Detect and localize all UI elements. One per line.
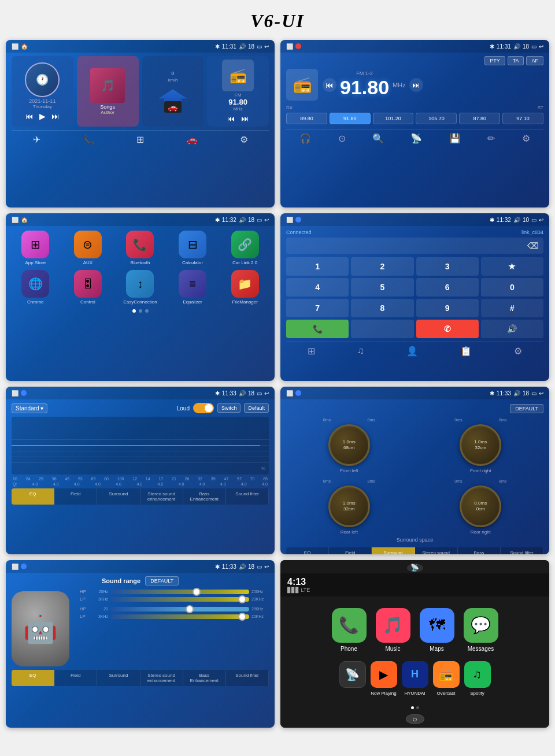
dial-6[interactable]: 6 — [416, 278, 479, 297]
eq-preset-select[interactable]: Standard ▾ — [12, 403, 47, 413]
cp-app-maps[interactable]: 🗺 Maps — [420, 608, 454, 652]
music-icon-phone[interactable]: ♫ — [357, 346, 364, 357]
headphone-icon[interactable]: 🎧 — [299, 133, 311, 144]
cp-app-hyundai[interactable]: H HYUNDAI — [402, 661, 428, 696]
knob-circle-rr[interactable]: 0.0ms0cm — [460, 486, 501, 527]
preset-4[interactable]: 105.70 — [416, 113, 457, 124]
backspace-btn[interactable]: ⌫ — [527, 241, 539, 250]
app-filemanager[interactable]: 📁 FileManager — [221, 270, 269, 305]
hp-track-1[interactable] — [110, 590, 249, 594]
dial-5[interactable]: 5 — [351, 278, 413, 297]
next-radio-home[interactable]: ⏭ — [241, 114, 249, 123]
toggle-icon[interactable]: ⊙ — [338, 133, 346, 144]
dial-1[interactable]: 1 — [286, 257, 349, 276]
next-btn-home[interactable]: ⏭ — [51, 112, 60, 121]
eq-tab-field[interactable]: Field — [54, 488, 97, 505]
sound-tab-field[interactable]: Field — [54, 670, 97, 686]
apps-icon-home[interactable]: ⊞ — [136, 134, 144, 145]
dial-hash[interactable]: # — [481, 299, 543, 317]
eq-tab-stereo[interactable]: Stereo sound enhancement — [140, 488, 183, 505]
preset-2[interactable]: 91.80 — [330, 113, 371, 124]
edit-icon[interactable]: ✏ — [487, 133, 495, 144]
app-bluetooth[interactable]: 📞 Bluetooth — [116, 231, 164, 265]
search-icon[interactable]: 🔍 — [372, 133, 384, 144]
prev-radio-home[interactable]: ⏮ — [227, 114, 235, 123]
cp-app-overcast[interactable]: 📻 Overcast — [433, 661, 460, 696]
back-icon-sound[interactable]: ↩ — [264, 564, 269, 570]
sound-tab-bass[interactable]: Bass Enhancement — [183, 670, 226, 686]
back-icon-phone[interactable]: ↩ — [539, 217, 543, 223]
surround-tab-surround[interactable]: Surround — [372, 547, 415, 554]
dial-star[interactable]: ★ — [481, 257, 543, 276]
dial-8[interactable]: 8 — [351, 299, 413, 317]
app-aux[interactable]: ⊜ AUX — [64, 231, 112, 265]
sound-tab-surround[interactable]: Surround — [97, 670, 140, 686]
knob-circle-fr[interactable]: 1.0ms32cm — [460, 424, 501, 466]
cp-app-spotify[interactable]: ♫ Spotify — [464, 661, 491, 696]
carplay-home-btn[interactable]: ○ — [406, 714, 424, 724]
preset-1[interactable]: 89.80 — [286, 113, 327, 124]
car-icon-home[interactable]: 🚗 — [186, 134, 198, 145]
app-easyconn[interactable]: ↕ EasyConnection — [116, 270, 164, 305]
keypad-icon[interactable]: ⊞ — [308, 346, 315, 357]
preset-3[interactable]: 101.20 — [373, 113, 414, 124]
wifi-icon[interactable]: 📡 — [410, 133, 422, 144]
app-carlink[interactable]: 🔗 Car Link 2.0 — [221, 231, 269, 265]
back-icon-apps[interactable]: ↩ — [264, 217, 269, 223]
surround-tab-stereo[interactable]: Stereo sound enhancement — [415, 547, 458, 554]
cp-app-music[interactable]: 🎵 Music — [376, 608, 410, 652]
app-calculator[interactable]: ⊟ Calculator — [169, 231, 217, 265]
send-icon[interactable]: ✈ — [33, 134, 40, 145]
app-control[interactable]: 🎛 Control — [64, 270, 112, 305]
cp-app-phone[interactable]: 📞 Phone — [332, 608, 367, 652]
sound-default-btn[interactable]: DEFAULT — [145, 576, 179, 585]
save-icon[interactable]: 💾 — [449, 133, 461, 144]
preset-6[interactable]: 97.10 — [502, 113, 543, 124]
sound-tab-eq[interactable]: EQ — [12, 670, 54, 686]
back-icon-radio[interactable]: ↩ — [539, 43, 543, 50]
cp-app-messages[interactable]: 💬 Messages — [464, 608, 498, 652]
music-widget[interactable]: 🎵 Songs Author — [77, 56, 139, 127]
eq-loud-toggle[interactable] — [193, 403, 214, 413]
dial-7[interactable]: 7 — [286, 299, 349, 317]
surround-tab-eq[interactable]: EQ — [286, 547, 329, 554]
eq-tab-surround[interactable]: Surround — [97, 488, 140, 505]
eq-switch-btn[interactable]: Switch — [217, 403, 241, 413]
lp-track-1[interactable] — [110, 597, 249, 602]
lp-thumb-2[interactable] — [238, 613, 246, 621]
app-equalizer[interactable]: ≡ Equalizer — [169, 270, 217, 305]
knob-circle-fl[interactable]: 1.0ms68cm — [328, 424, 370, 466]
cp-app-nowplaying[interactable]: ▶ Now Playing — [371, 661, 397, 696]
lp-thumb-1[interactable] — [238, 595, 246, 603]
dial-0[interactable]: 0 — [481, 278, 543, 297]
cp-app-carplay[interactable]: 📡 — [339, 661, 366, 691]
pty-btn[interactable]: PTY — [484, 56, 505, 65]
surround-tab-bass[interactable]: Bass Enhancement — [458, 547, 501, 554]
surround-default-btn[interactable]: DEFAULT — [510, 404, 543, 413]
dial-3[interactable]: 3 — [416, 257, 479, 276]
call-btn[interactable]: 📞 — [286, 320, 349, 338]
phone-icon-home[interactable]: 📞 — [83, 134, 94, 145]
hp-track-2[interactable] — [110, 607, 249, 612]
prev-btn-home[interactable]: ⏮ — [25, 112, 34, 121]
knob-circle-rl[interactable]: 1.0ms32cm — [328, 486, 370, 527]
sound-tab-filter[interactable]: Sound filter — [226, 670, 269, 686]
preset-5[interactable]: 87.80 — [459, 113, 500, 124]
eq-tab-filter[interactable]: Sound filter — [226, 488, 269, 505]
nav-widget[interactable]: 0 km/h 🚗 — [142, 56, 204, 127]
eq-default-btn[interactable]: Default — [244, 403, 269, 413]
surround-tab-filter[interactable]: Sound filter — [501, 547, 543, 554]
hp-thumb-2[interactable] — [186, 605, 194, 613]
ta-btn[interactable]: TA — [508, 56, 524, 65]
end-btn[interactable]: ✆ — [416, 320, 479, 338]
freq-next-btn[interactable]: ⏭ — [409, 78, 423, 92]
settings-icon-home[interactable]: ⚙ — [240, 134, 248, 145]
back-icon-eq[interactable]: ↩ — [264, 390, 269, 396]
dial-2[interactable]: 2 — [351, 257, 413, 276]
settings-icon-phone[interactable]: ⚙ — [514, 346, 522, 357]
af-btn[interactable]: AF — [526, 56, 543, 65]
back-icon-surround[interactable]: ↩ — [539, 390, 543, 396]
settings-icon-radio[interactable]: ⚙ — [522, 133, 530, 144]
freq-prev-btn[interactable]: ⏮ — [323, 78, 336, 92]
contacts-icon[interactable]: 👤 — [406, 346, 418, 357]
